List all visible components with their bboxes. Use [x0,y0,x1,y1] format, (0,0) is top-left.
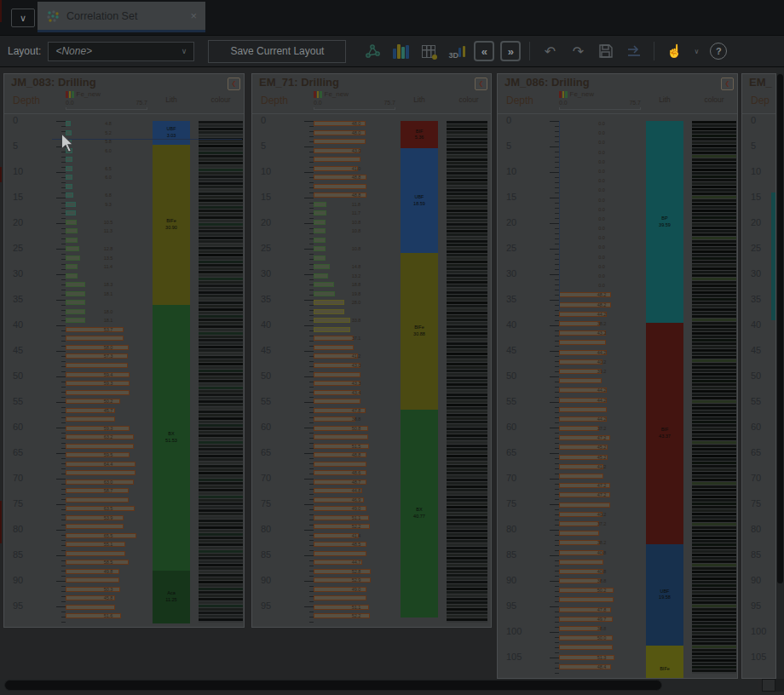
fe-bar [66,238,78,243]
tab-list-dropdown-button[interactable]: ∨ [11,9,35,27]
log-panel-4[interactable]: EM_Dep0510152025303540455055606570758085… [741,73,776,679]
core-colour-stripe [692,312,736,314]
layout-select[interactable]: <None> ∨ [48,42,194,61]
core-colour-stripe [692,383,736,386]
depth-ruler [302,121,314,623]
lith-interval-ubf[interactable]: UBF19.58 [646,544,683,646]
core-colour-stripe [692,591,736,594]
touch-pointer-icon[interactable]: ☝ [663,40,685,62]
core-colour-stripe [199,554,243,556]
lith-interval-bife[interactable]: BIFe [646,646,683,679]
core-colour-stripe [447,411,487,413]
undo-icon[interactable]: ↶ [539,40,561,62]
core-colour-stripe [692,254,736,256]
lith-interval-ubf[interactable]: UBF18.59 [401,148,438,252]
vertical-scrollbar[interactable] [776,67,784,679]
lith-interval-bife[interactable]: BIFe30.88 [401,253,438,410]
lith-interval-bif[interactable]: BIF5.36 [401,121,438,148]
core-colour-stripe [199,213,243,215]
core-colour-stripe [447,284,487,287]
core-colour-stripe [447,196,487,198]
core-colour-stripe [692,237,736,239]
log-panel-3[interactable]: JM_086: Drilling❮DepthFe_new0.075.7Lithc… [497,73,738,679]
fe-bar-value: 6.0 [89,175,127,180]
core-colour-stripe [199,288,243,290]
core-colour-stripe [692,496,736,498]
horizontal-scrollbar[interactable] [0,679,758,692]
fe-bar [559,645,613,650]
export-icon[interactable] [623,40,645,62]
core-colour-stripe [447,615,487,617]
strip-logs-icon[interactable] [389,40,412,62]
core-colour-stripe [447,594,487,597]
lith-interval-ubf[interactable]: UBF3.03 [153,121,190,145]
curve-scale-min: 0.0 [559,100,568,106]
fe-bar-value: 51.5 [337,444,375,449]
core-colour-stripe [199,438,243,440]
collapse-all-button[interactable]: « [474,41,494,61]
core-colour-stripe [199,520,243,522]
fe-bar-value: 0.0 [583,178,620,183]
depth-tick-label: 0 [13,115,18,125]
lith-interval-bx[interactable]: BX51.53 [153,305,190,571]
core-colour-stripe [692,342,736,345]
fe-bar [559,378,602,383]
panel-collapse-button[interactable]: ❮ [475,78,487,90]
lith-interval-label: BIF43.37 [659,427,671,439]
vertical-scrollbar-thumb[interactable] [777,74,783,583]
panel-collapse-button[interactable]: ❮ [228,78,240,90]
fe-bar-value: 18.3 [89,282,127,287]
tab-correlation-set[interactable]: Correlation Set × [37,2,205,32]
save-current-layout-button[interactable]: Save Current Layout [208,40,346,63]
core-colour-stripe [199,155,243,158]
fe-bar-value: 48.8 [337,192,375,198]
correlation-line[interactable] [52,139,242,140]
core-colour-stripe [692,625,736,628]
fe-bar [66,551,125,556]
fe-bar-value: 48.0 [337,121,375,126]
table-lightbulb-icon[interactable] [418,40,440,62]
fe-bar-value: 46.9 [337,497,375,503]
core-colour-stripe [447,404,487,406]
core-colour-stripe [447,503,487,505]
core-colour-stripe [447,213,487,215]
core-colour-stripe [447,366,487,369]
lith-interval-bp[interactable]: BP39.59 [646,121,683,323]
horizontal-scrollbar-end-button[interactable] [762,679,775,692]
core-colour-stripe [199,240,243,243]
panel-collapse-button[interactable]: ❮ [721,78,734,90]
tab-close-icon[interactable]: × [190,9,197,22]
depth-tick-label: 45 [13,345,23,355]
log-panel-1[interactable]: JM_083: Drilling❮DepthFe_new0.075.7Lithc… [3,73,245,628]
log-panel-2[interactable]: EM_71: Drilling❮DepthFe_new0.075.7Lithco… [251,73,492,628]
core-colour-stripe [447,254,487,256]
touch-pointer-dropdown-icon[interactable]: ∨ [691,40,701,62]
redo-icon[interactable]: ↷ [567,40,589,62]
fe-bar [559,407,607,412]
help-icon[interactable]: ? [707,40,729,62]
lith-interval-bx[interactable]: BX40.77 [401,410,438,617]
lith-interval-bif[interactable]: BIF43.37 [646,323,683,544]
core-colour-stripe [199,325,243,328]
expand-all-button[interactable]: » [500,41,521,61]
horizontal-scrollbar-thumb[interactable] [4,680,662,691]
3d-view-icon[interactable]: 3D [446,40,468,62]
fe-bar-value: 0.0 [583,273,620,279]
lith-interval-aca[interactable]: Aca11.25 [153,571,190,623]
fe-bar-value: 59.3 [89,381,127,386]
core-colour-stripe [199,148,243,151]
core-colour-stripe [692,666,736,669]
fe-bar-value: 64.4 [89,462,127,467]
fe-bar [66,192,73,198]
network-correlation-icon[interactable] [361,40,383,62]
core-colour-stripe [199,455,243,457]
save-icon[interactable] [595,40,617,62]
curve-scale-min: 0.0 [66,100,74,106]
core-colour-stripe [692,513,736,515]
core-colour-stripe [199,485,243,488]
fe-bar [66,130,72,135]
tab-bar: ∨ Correlation Set × [0,0,784,36]
lith-interval-bife[interactable]: BIFe30.90 [153,145,190,305]
fe-bar-value: 50.0 [583,635,620,640]
lith-interval-label: BP39.59 [659,215,671,228]
